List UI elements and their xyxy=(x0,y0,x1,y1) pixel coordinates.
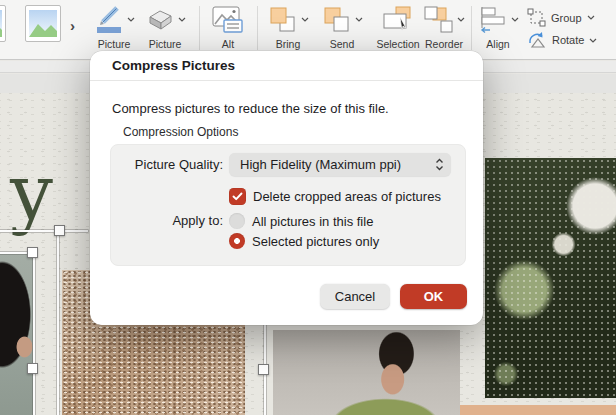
picture-style-icon xyxy=(29,10,57,37)
align-objects-label: Align xyxy=(476,38,520,50)
selection-handle[interactable] xyxy=(258,364,269,375)
chevron-down-icon xyxy=(355,17,363,22)
ribbon-separator xyxy=(199,6,200,50)
selection-pane-icon xyxy=(381,6,415,34)
slide-image-portrait-left[interactable] xyxy=(0,253,34,415)
powerpoint-window: › Picture xyxy=(0,0,616,415)
apply-to-label: Apply to: xyxy=(123,213,223,228)
selection-handle[interactable] xyxy=(27,247,38,258)
bring-forward-button[interactable]: Bring xyxy=(264,3,312,50)
radio-all-pictures-label: All pictures in this file xyxy=(252,214,373,229)
compress-pictures-dialog: Compress Pictures Compress pictures to r… xyxy=(90,51,483,325)
picture-effects-icon xyxy=(145,7,175,33)
delete-cropped-row: Delete cropped areas of pictures xyxy=(123,188,465,205)
slide-image-wildflowers[interactable] xyxy=(485,158,616,398)
rotate-objects-button[interactable]: Rotate xyxy=(527,31,597,49)
slide-image-portrait-green-jacket[interactable] xyxy=(273,330,460,415)
selection-handle[interactable] xyxy=(54,225,65,236)
selection-pane-label: Selection xyxy=(372,38,424,50)
chevron-down-icon xyxy=(589,38,597,43)
send-backward-label: Send xyxy=(318,38,366,50)
alt-text-button[interactable]: Alt xyxy=(206,3,250,50)
picture-quality-row: Picture Quality: High Fidelity (Maximum … xyxy=(123,153,465,176)
rotate-objects-label: Rotate xyxy=(552,34,584,46)
align-objects-icon xyxy=(478,6,508,34)
chevron-down-icon xyxy=(127,17,135,22)
ok-button[interactable]: OK xyxy=(400,284,467,309)
align-objects-button[interactable]: Align xyxy=(476,3,520,50)
picture-border-icon xyxy=(94,5,124,35)
selection-handle[interactable] xyxy=(27,363,38,374)
chevron-down-icon xyxy=(301,17,309,22)
send-backward-button[interactable]: Send xyxy=(318,3,366,50)
gallery-more-button[interactable]: › xyxy=(70,17,75,34)
compression-options-group: Picture Quality: High Fidelity (Maximum … xyxy=(110,144,466,266)
reorder-objects-button[interactable]: Reorder xyxy=(420,3,468,50)
picture-quality-select[interactable]: High Fidelity (Maximum ppi) xyxy=(229,153,451,176)
slide-image-orange-strip[interactable] xyxy=(460,405,616,415)
chevron-down-icon xyxy=(178,17,186,22)
picture-quality-label: Picture Quality: xyxy=(123,157,223,172)
picture-border-button[interactable]: Picture xyxy=(88,3,140,50)
cancel-button[interactable]: Cancel xyxy=(320,284,390,309)
picture-style-thumbnail[interactable] xyxy=(0,5,6,42)
selection-border xyxy=(33,252,35,415)
dialog-description: Compress pictures to reduce the size of … xyxy=(112,101,483,116)
compression-options-label: Compression Options xyxy=(123,125,483,139)
ribbon-separator xyxy=(257,6,258,50)
alt-text-icon xyxy=(211,5,245,35)
reorder-objects-icon xyxy=(424,6,454,34)
chevron-down-icon xyxy=(457,17,465,22)
picture-style-thumbnail[interactable] xyxy=(25,5,61,42)
selection-pane-button[interactable]: Selection xyxy=(372,3,424,50)
bring-forward-icon xyxy=(268,5,298,35)
radio-selected-pictures[interactable] xyxy=(229,233,245,249)
radio-selected-pictures-label: Selected pictures only xyxy=(252,234,379,249)
rotate-objects-icon xyxy=(527,31,547,49)
checkmark-icon xyxy=(232,192,243,201)
picture-quality-value: High Fidelity (Maximum ppi) xyxy=(240,157,435,172)
delete-cropped-checkbox[interactable] xyxy=(229,188,246,205)
selection-border xyxy=(0,230,88,232)
picture-effects-button[interactable]: Picture xyxy=(140,3,190,50)
group-objects-icon xyxy=(527,8,546,27)
apply-option-selected[interactable]: Selected pictures only xyxy=(229,233,379,249)
group-objects-button[interactable]: Group xyxy=(527,8,595,27)
radio-all-pictures[interactable] xyxy=(229,213,245,229)
picture-border-label: Picture xyxy=(88,38,140,50)
alt-text-label: Alt xyxy=(206,38,250,50)
chevron-down-icon xyxy=(587,15,595,20)
send-backward-icon xyxy=(322,5,352,35)
picture-style-icon xyxy=(0,10,2,37)
chevron-down-icon xyxy=(511,17,519,22)
ribbon-separator xyxy=(471,6,472,50)
apply-to-row: Apply to: All pictures in this file Sele… xyxy=(123,213,465,249)
bring-forward-label: Bring xyxy=(264,38,312,50)
group-objects-label: Group xyxy=(551,12,582,24)
selection-border xyxy=(57,230,59,415)
picture-effects-label: Picture xyxy=(140,38,190,50)
delete-cropped-label: Delete cropped areas of pictures xyxy=(253,189,441,204)
select-updown-icon xyxy=(435,158,444,171)
reorder-objects-label: Reorder xyxy=(420,38,468,50)
dialog-title: Compress Pictures xyxy=(90,51,483,81)
apply-option-all[interactable]: All pictures in this file xyxy=(229,213,379,229)
